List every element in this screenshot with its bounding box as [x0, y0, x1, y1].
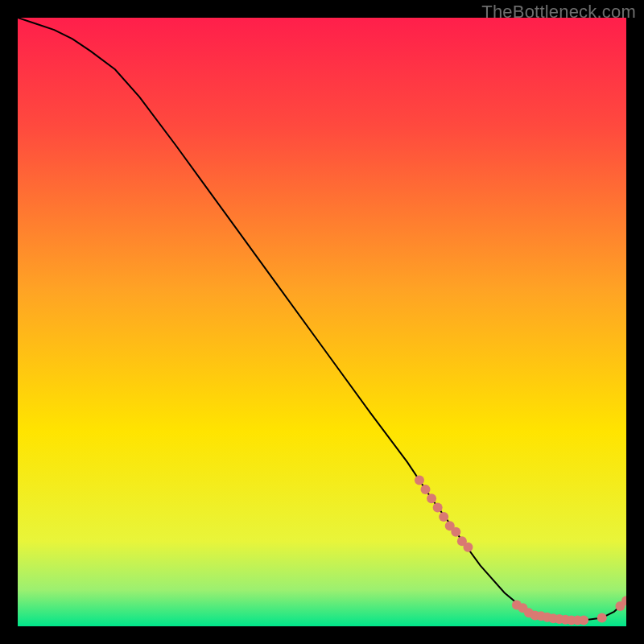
highlight-point [597, 613, 607, 622]
highlight-point [451, 527, 460, 537]
highlight-point [415, 476, 424, 485]
highlight-point [439, 512, 448, 522]
gradient-background [18, 18, 626, 626]
plot-svg [18, 18, 626, 626]
highlight-point [463, 543, 473, 552]
highlight-point [427, 493, 436, 503]
chart-stage: TheBottleneck.com [0, 0, 644, 644]
highlight-point [421, 485, 431, 494]
highlight-point [433, 503, 443, 513]
plot-area [18, 18, 626, 626]
highlight-point [579, 615, 588, 625]
